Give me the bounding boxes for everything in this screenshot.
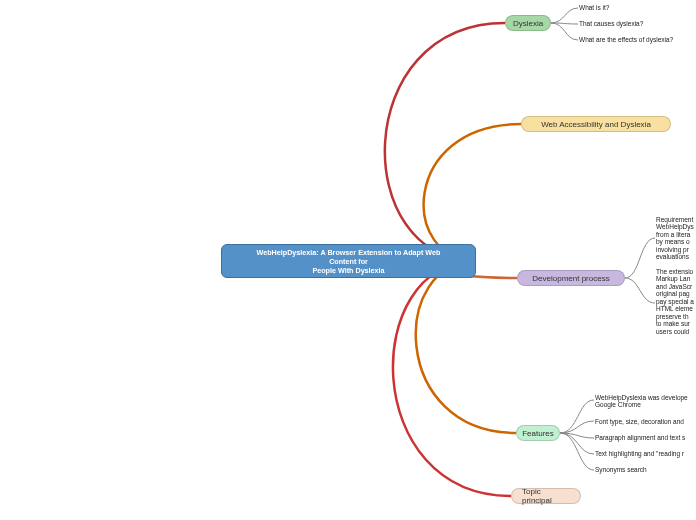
branch-topic-principal[interactable]: Topic principal [511, 488, 581, 504]
leaf-feature-1[interactable]: WebHelpDyslexia was develope Google Chro… [595, 394, 688, 409]
leaf-feature-5[interactable]: Synonyms search [595, 466, 647, 473]
branch-web-accessibility[interactable]: Web Accessibility and Dyslexia [521, 116, 671, 132]
root-line1: WebHelpDyslexia: A Browser Extension to … [257, 248, 441, 257]
branch-dyslexia[interactable]: Dyslexia [505, 15, 551, 31]
root-node[interactable]: WebHelpDyslexia: A Browser Extension to … [221, 244, 476, 278]
branch-topic-label: Topic principal [522, 487, 570, 505]
branch-development-process[interactable]: Development process [517, 270, 625, 286]
root-line2: Content for [329, 257, 368, 266]
leaf-feature-3[interactable]: Paragraph alignment and text s [595, 434, 685, 441]
branch-features[interactable]: Features [516, 425, 560, 441]
leaf-feature-2[interactable]: Font type, size, decoration and [595, 418, 684, 425]
leaf-dyslexia-2[interactable]: That causes dyslexia? [579, 20, 643, 27]
leaf-dyslexia-3[interactable]: What are the effects of dyslexia? [579, 36, 673, 43]
root-title: WebHelpDyslexia: A Browser Extension to … [257, 248, 441, 275]
leaf-dev-1[interactable]: Requirement WebHelpDys from a litera by … [656, 216, 694, 261]
branch-features-label: Features [522, 429, 554, 438]
branch-dyslexia-label: Dyslexia [513, 19, 543, 28]
leaf-feature-4[interactable]: Text highlighting and "reading r [595, 450, 684, 457]
leaf-dyslexia-1[interactable]: What is it? [579, 4, 609, 11]
branch-web-label: Web Accessibility and Dyslexia [541, 120, 651, 129]
root-line3: People With Dyslexia [312, 266, 384, 275]
branch-dev-label: Development process [532, 274, 609, 283]
leaf-dev-2[interactable]: The extensio Markup Lan and JavaScr orig… [656, 268, 694, 335]
